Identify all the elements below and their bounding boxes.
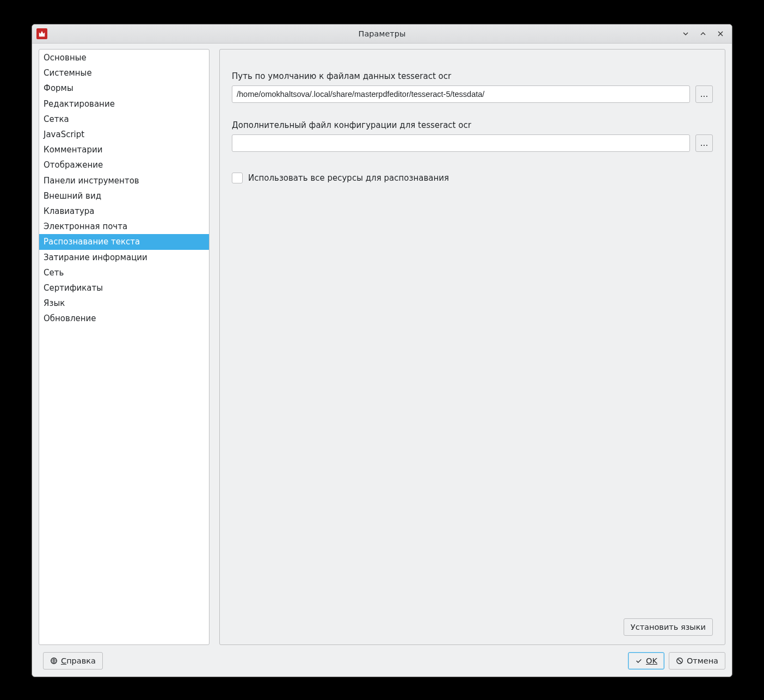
cancel-icon (676, 657, 683, 665)
sidebar-item[interactable]: Сеть (39, 265, 209, 280)
close-icon[interactable] (716, 29, 725, 39)
sidebar-item[interactable]: Язык (39, 296, 209, 311)
tessdata-path-label: Путь по умолчанию к файлам данных tesser… (232, 71, 713, 81)
sidebar-item[interactable]: Основные (39, 50, 209, 65)
check-icon (635, 657, 643, 665)
cancel-button[interactable]: Отмена (669, 652, 725, 670)
tessdata-path-browse-button[interactable]: ... (695, 85, 713, 103)
sidebar-item[interactable]: Сетка (39, 112, 209, 127)
help-button-label: Справка (61, 656, 96, 665)
tess-config-input[interactable] (232, 134, 690, 152)
dialog-button-bar: Справка OK Отмена (39, 645, 725, 670)
sidebar-item[interactable]: Обновление (39, 311, 209, 326)
cancel-button-label: Отмена (687, 656, 718, 665)
sidebar-item[interactable]: Панели инструментов (39, 173, 209, 188)
use-all-resources-label: Использовать все ресурсы для распознаван… (248, 173, 449, 183)
app-icon (36, 28, 47, 39)
ok-button[interactable]: OK (628, 652, 664, 670)
titlebar: Параметры (32, 24, 732, 44)
settings-panel-ocr: Путь по умолчанию к файлам данных tesser… (219, 49, 725, 645)
sidebar-item[interactable]: Системные (39, 65, 209, 81)
sidebar-item[interactable]: Комментарии (39, 142, 209, 157)
sidebar-item[interactable]: JavaScript (39, 127, 209, 142)
sidebar-item[interactable]: Формы (39, 81, 209, 96)
sidebar-item[interactable]: Распознавание текста (39, 234, 209, 249)
help-button[interactable]: Справка (43, 652, 103, 670)
sidebar-item[interactable]: Затирание информации (39, 250, 209, 265)
ok-button-label: OK (646, 656, 657, 665)
settings-category-list[interactable]: ОсновныеСистемныеФормыРедактированиеСетк… (39, 49, 210, 645)
maximize-icon[interactable] (698, 29, 708, 39)
tess-config-browse-button[interactable]: ... (695, 134, 713, 152)
help-icon (50, 657, 58, 665)
sidebar-item[interactable]: Внешний вид (39, 188, 209, 204)
sidebar-item[interactable]: Отображение (39, 157, 209, 173)
sidebar-item[interactable]: Электронная почта (39, 219, 209, 234)
sidebar-item[interactable]: Редактирование (39, 96, 209, 112)
minimize-icon[interactable] (681, 29, 691, 39)
use-all-resources-checkbox[interactable] (232, 173, 243, 183)
settings-dialog: Параметры ОсновныеСистемныеФормыРедактир… (32, 24, 732, 677)
sidebar-item[interactable]: Сертификаты (39, 280, 209, 296)
install-languages-button[interactable]: Установить языки (624, 618, 713, 636)
tessdata-path-input[interactable] (232, 85, 690, 103)
tess-config-label: Дополнительный файл конфигурации для tes… (232, 120, 713, 130)
sidebar-item[interactable]: Клавиатура (39, 204, 209, 219)
window-title: Параметры (32, 29, 732, 38)
